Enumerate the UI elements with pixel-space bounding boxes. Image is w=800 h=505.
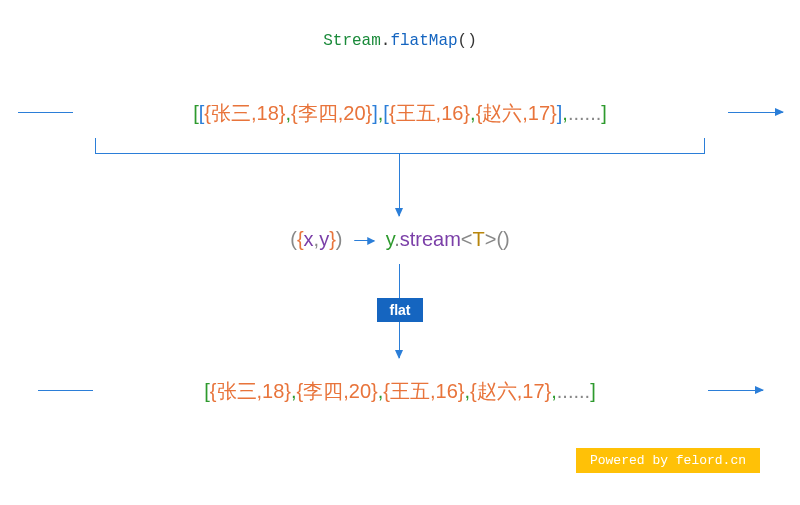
diagram-title: Stream.flatMap() xyxy=(323,32,477,50)
arrow-out-bottom xyxy=(708,390,763,391)
var-y: y xyxy=(319,228,329,250)
title-dot: . xyxy=(381,32,391,50)
lt: < xyxy=(461,228,473,250)
item-1: {张三,18} xyxy=(204,102,285,124)
bracket-connector xyxy=(95,138,705,154)
item-4: {赵六,17} xyxy=(476,102,557,124)
type-t: T xyxy=(473,228,485,250)
paren-close: ) xyxy=(336,228,343,250)
output-array: [{张三,18},{李四,20},{王五,16},{赵六,17},......] xyxy=(105,378,695,405)
input-array: [[{张三,18},{李四,20}],[{王五,16},{赵六,17}],...… xyxy=(85,100,715,127)
item-4: {赵六,17} xyxy=(470,380,551,402)
ellipsis: ...... xyxy=(557,380,590,402)
arrow-down-icon xyxy=(399,322,400,358)
title-flatmap: flatMap xyxy=(390,32,457,50)
outer-bracket-close: ] xyxy=(590,380,596,402)
var-x: x xyxy=(304,228,314,250)
brace-close: } xyxy=(329,228,336,250)
arrow-down-icon xyxy=(399,264,400,298)
var-y2: y xyxy=(386,228,395,250)
call-paren: () xyxy=(496,228,509,250)
lambda-expression: ({x,y}) y.stream<T>() xyxy=(290,228,510,251)
title-paren: () xyxy=(458,32,477,50)
arrow-in-top xyxy=(18,112,73,113)
powered-by-badge: Powered by felord.cn xyxy=(576,448,760,473)
flat-label: flat xyxy=(377,298,423,322)
arrow-right-icon xyxy=(354,240,374,241)
item-1: {张三,18} xyxy=(210,380,291,402)
stream-method: stream xyxy=(400,228,461,250)
item-3: {王五,16} xyxy=(383,380,464,402)
ellipsis: ...... xyxy=(568,102,601,124)
title-stream: Stream xyxy=(323,32,381,50)
arrow-down-icon xyxy=(399,154,400,216)
item-2: {李四,20} xyxy=(297,380,378,402)
item-3: {王五,16} xyxy=(389,102,470,124)
arrow-in-bottom xyxy=(38,390,93,391)
arrow-out-top xyxy=(728,112,783,113)
paren-open: ( xyxy=(290,228,297,250)
item-2: {李四,20} xyxy=(291,102,372,124)
outer-bracket-close: ] xyxy=(601,102,607,124)
gt: > xyxy=(485,228,497,250)
